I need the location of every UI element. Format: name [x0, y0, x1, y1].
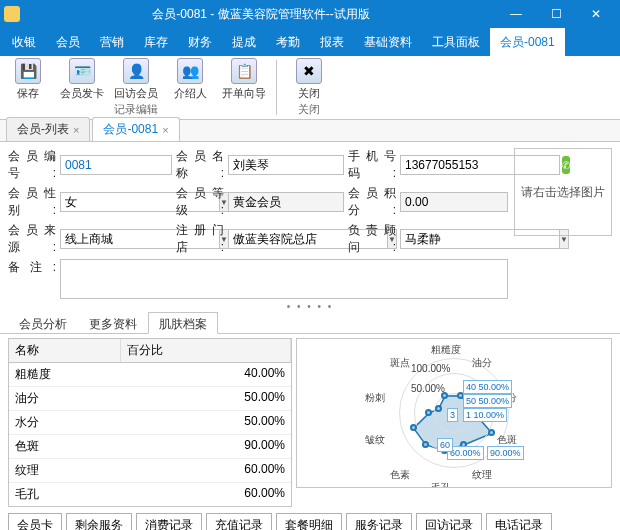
inner-tab-1[interactable]: 更多资料 — [78, 312, 148, 333]
ribbon-separator — [276, 60, 277, 115]
cell-name: 粗糙度 — [9, 363, 121, 386]
minimize-button[interactable]: — — [496, 0, 536, 28]
close-icon[interactable]: × — [162, 124, 168, 136]
image-placeholder[interactable]: 请右击选择图片 — [514, 148, 612, 236]
th-name[interactable]: 名称 — [9, 339, 121, 362]
save-button-label: 保存 — [17, 86, 39, 101]
cell-pct: 90.00% — [121, 435, 291, 458]
member-name-field[interactable] — [228, 155, 344, 175]
menu-item-1[interactable]: 会员 — [46, 28, 90, 56]
sub-button-0[interactable]: 会员卡 — [8, 513, 62, 530]
cell-name: 毛孔 — [9, 483, 121, 506]
remark-field[interactable] — [60, 259, 508, 299]
chart-axis-label: 皱纹 — [365, 433, 385, 447]
menu-item-6[interactable]: 考勤 — [266, 28, 310, 56]
table-row[interactable]: 纹理60.00% — [9, 459, 291, 483]
shop-combo[interactable]: ▼ — [228, 229, 344, 249]
radar-chart: 粗糙度油分水分色斑纹理毛孔色素皱纹粉刺斑点100.00%50.00%40 50.… — [296, 338, 612, 488]
splitter-dots[interactable]: • • • • • — [0, 301, 620, 312]
ribbon-group-edit: 💾保存🪪会员发卡👤回访会员👥介绍人📋开单向导 记录编辑 — [0, 56, 272, 119]
chart-axis-label: 斑点 — [390, 356, 410, 370]
cell-pct: 40.00% — [121, 363, 291, 386]
chart-axis-label: 毛孔 — [431, 481, 451, 488]
chart-point — [422, 441, 429, 448]
inner-tab-2[interactable]: 肌肤档案 — [148, 312, 218, 334]
menu-item-5[interactable]: 提成 — [222, 28, 266, 56]
sub-button-2[interactable]: 消费记录 — [136, 513, 202, 530]
revisit-button[interactable]: 👤回访会员 — [114, 58, 158, 101]
cell-name: 水分 — [9, 411, 121, 434]
referrer-button-label: 介绍人 — [174, 86, 207, 101]
cell-pct: 60.00% — [121, 483, 291, 506]
referrer-button-icon: 👥 — [177, 58, 203, 84]
table-row[interactable]: 粗糙度40.00% — [9, 363, 291, 387]
order-wizard-button-icon: 📋 — [231, 58, 257, 84]
close-window-button[interactable]: ✕ — [576, 0, 616, 28]
image-placeholder-text: 请右击选择图片 — [521, 184, 605, 201]
sub-button-3[interactable]: 充值记录 — [206, 513, 272, 530]
menu-item-2[interactable]: 营销 — [90, 28, 134, 56]
member-no-field[interactable] — [60, 155, 172, 175]
menu-item-7[interactable]: 报表 — [310, 28, 354, 56]
menu-item-9[interactable]: 工具面板 — [422, 28, 490, 56]
menu-item-4[interactable]: 财务 — [178, 28, 222, 56]
cell-pct: 50.00% — [121, 411, 291, 434]
maximize-button[interactable]: ☐ — [536, 0, 576, 28]
sub-button-5[interactable]: 服务记录 — [346, 513, 412, 530]
revisit-button-icon: 👤 — [123, 58, 149, 84]
table-row[interactable]: 毛孔60.00% — [9, 483, 291, 506]
label-shop: 注册门店: — [176, 222, 224, 256]
sex-combo[interactable]: ▼ — [60, 192, 172, 212]
chart-tooltip: 1 10.00% — [463, 408, 507, 422]
issue-card-button[interactable]: 🪪会员发卡 — [60, 58, 104, 101]
chart-point — [441, 392, 448, 399]
doc-tab-1[interactable]: 会员-0081× — [92, 117, 179, 141]
doc-tab-0[interactable]: 会员-列表× — [6, 117, 90, 141]
issue-card-button-icon: 🪪 — [69, 58, 95, 84]
order-wizard-button[interactable]: 📋开单向导 — [222, 58, 266, 101]
close-icon[interactable]: × — [73, 124, 79, 136]
staff-combo[interactable]: ▼ — [400, 229, 508, 249]
order-wizard-button-label: 开单向导 — [222, 86, 266, 101]
close-button-label: 关闭 — [298, 86, 320, 101]
menu-item-8[interactable]: 基础资料 — [354, 28, 422, 56]
sub-button-6[interactable]: 回访记录 — [416, 513, 482, 530]
inner-tab-0[interactable]: 会员分析 — [8, 312, 78, 333]
close-button-icon: ✖ — [296, 58, 322, 84]
document-tabs: 会员-列表×会员-0081× — [0, 120, 620, 142]
form-area: 会员编号: 会员名称: 手机号码: ✆ 会员性别: ▼ 会员等级: 会员积分: … — [0, 142, 620, 301]
save-button[interactable]: 💾保存 — [6, 58, 50, 101]
referrer-button[interactable]: 👥介绍人 — [168, 58, 212, 101]
source-combo[interactable]: ▼ — [60, 229, 172, 249]
chart-axis-label: 色素 — [390, 468, 410, 482]
label-staff: 负责顾问: — [348, 222, 396, 256]
label-sex: 会员性别: — [8, 185, 56, 219]
label-no: 会员编号: — [8, 148, 56, 182]
chart-point — [435, 405, 442, 412]
chart-tooltip: 50 50.00% — [463, 394, 512, 408]
menu-item-0[interactable]: 收银 — [2, 28, 46, 56]
cell-pct: 60.00% — [121, 459, 291, 482]
menu-item-3[interactable]: 库存 — [134, 28, 178, 56]
cell-name: 色斑 — [9, 435, 121, 458]
label-score: 会员积分: — [348, 185, 396, 219]
window-title: 会员-0081 - 傲蓝美容院管理软件--试用版 — [26, 6, 496, 23]
chart-axis-label: 纹理 — [472, 468, 492, 482]
table-row[interactable]: 油分50.00% — [9, 387, 291, 411]
app-icon — [4, 6, 20, 22]
chart-point — [410, 424, 417, 431]
close-button[interactable]: ✖关闭 — [287, 58, 331, 101]
sub-button-7[interactable]: 电话记录 — [486, 513, 552, 530]
th-pct[interactable]: 百分比 — [121, 339, 291, 362]
table-row[interactable]: 色斑90.00% — [9, 435, 291, 459]
label-src: 会员来源: — [8, 222, 56, 256]
revisit-button-label: 回访会员 — [114, 86, 158, 101]
label-remark: 备注: — [8, 259, 56, 299]
sub-button-1[interactable]: 剩余服务 — [66, 513, 132, 530]
detail-area: 名称 百分比 粗糙度40.00%油分50.00%水分50.00%色斑90.00%… — [0, 334, 620, 511]
table-row[interactable]: 水分50.00% — [9, 411, 291, 435]
bottom-buttons: 会员卡剩余服务消费记录充值记录套餐明细服务记录回访记录电话记录 — [0, 511, 620, 530]
cell-name: 纹理 — [9, 459, 121, 482]
sub-button-4[interactable]: 套餐明细 — [276, 513, 342, 530]
menu-item-10[interactable]: 会员-0081 — [490, 28, 565, 56]
